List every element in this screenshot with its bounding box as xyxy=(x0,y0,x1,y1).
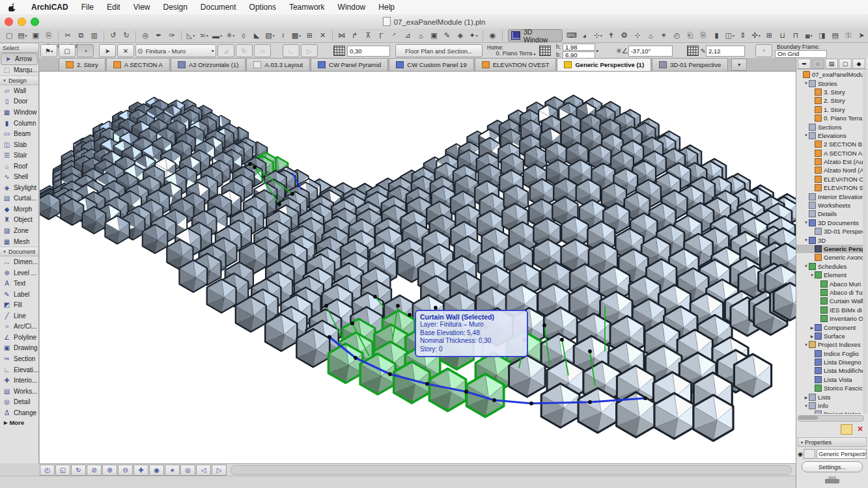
toolbox-more[interactable]: ▶More xyxy=(0,418,38,427)
frame-tool-icon[interactable]: ⊞ xyxy=(303,30,316,42)
menu-item-document[interactable]: Document xyxy=(194,3,243,12)
hb-expand-arrow[interactable]: ▸ xyxy=(596,48,599,53)
properties-mini-field[interactable] xyxy=(804,449,815,459)
target-green-icon[interactable]: ◉ xyxy=(486,30,499,42)
tool-mesh[interactable]: ▦Mesh xyxy=(0,236,38,247)
project-chooser[interactable]: ➥ xyxy=(798,59,811,69)
view-tab-elevation-ovest[interactable]: ELEVATION OVEST xyxy=(475,58,557,71)
red-pen-icon[interactable]: ✎ xyxy=(441,30,454,42)
tool-door[interactable]: ▯Door xyxy=(0,96,38,107)
mirror-icon[interactable]: ⋈ xyxy=(335,30,348,42)
tree-item-project-notes[interactable]: Project Notes xyxy=(796,410,864,414)
tree-item-elevation-sud-[interactable]: ELEVATION SUD ( xyxy=(796,183,864,192)
floorplan-display-button[interactable]: Floor Plan and Section... xyxy=(395,44,483,57)
vr-scene-icon[interactable]: ◕ xyxy=(578,30,591,42)
inject-parameters-icon[interactable]: ✑ xyxy=(165,30,178,42)
orbit-button[interactable]: ◉ xyxy=(149,465,164,476)
tree-item-sections[interactable]: Sections xyxy=(796,122,864,131)
construction-aids-icon[interactable]: ▬▾ xyxy=(210,30,223,42)
tree-item-interior-elevations[interactable]: Interior Elevations xyxy=(796,192,864,200)
tool-interio[interactable]: ✚Interio... xyxy=(0,375,38,386)
profile-button[interactable]: ▱ xyxy=(254,44,271,57)
new-viewpoint-icon[interactable] xyxy=(841,424,852,435)
tree-item-info[interactable]: ▼Info xyxy=(796,401,864,410)
home-story-dropdown[interactable]: ​0. Piano Terra ▸ xyxy=(496,51,536,57)
tree-item-lista-disegno[interactable]: Lista Disegno xyxy=(796,358,864,366)
3d-viewport[interactable]: Curtain Wall (Selected) Layer: Finitura … xyxy=(39,72,796,463)
angle-left-button[interactable]: ∟ xyxy=(283,44,300,57)
orbit-mode-icon[interactable]: ❂ xyxy=(618,30,631,42)
tool-dimen[interactable]: ↔Dimen... xyxy=(0,256,38,267)
cursor-tool-icon[interactable]: ➤ xyxy=(855,30,868,42)
tree-horizontal-scrollbar[interactable] xyxy=(798,415,864,422)
tree-vertical-scrollbar[interactable] xyxy=(863,70,867,414)
zoom-in-button[interactable]: ⊕ xyxy=(102,465,117,476)
look-to-button[interactable]: ◎ xyxy=(180,465,195,476)
tree-item-stories[interactable]: ▼Stories xyxy=(796,79,864,87)
tool-works[interactable]: ▤Works... xyxy=(0,386,38,397)
boundary-dropdown[interactable]: On Grid xyxy=(775,50,827,58)
tool-skylight[interactable]: ◈Skylight xyxy=(0,182,38,193)
zoom-percent-button[interactable]: ⊘ xyxy=(87,465,102,476)
tool-arcci[interactable]: ○Arc/Ci... xyxy=(0,321,38,332)
copy-view-icon[interactable]: ⎗ xyxy=(684,30,697,42)
guide-lines-icon[interactable]: ◺▾ xyxy=(184,30,197,42)
tool-roof[interactable]: ⌂Roof xyxy=(0,161,38,172)
tool-stair[interactable]: ☰Stair xyxy=(0,150,38,161)
cutaway-3d-icon[interactable]: ◫▾ xyxy=(723,30,736,42)
tool-polyline[interactable]: ∠Polyline xyxy=(0,332,38,343)
thickness-input[interactable]: 2,12 xyxy=(706,46,745,57)
h-input[interactable]: 1,98 xyxy=(563,44,595,51)
tree-item-surface[interactable]: ▶Surface xyxy=(796,332,864,340)
menu-item-help[interactable]: Help xyxy=(372,3,401,12)
view-tab-a-section-a[interactable]: A SECTION A xyxy=(106,58,170,71)
tree-item-alzato-est-auto-n[interactable]: Alzato Est (Auto-n xyxy=(796,157,864,166)
find-select-icon[interactable]: ◎ xyxy=(139,30,152,42)
tool-fill[interactable]: ◩Fill xyxy=(0,299,38,310)
settings-button[interactable]: Settings... xyxy=(802,461,863,472)
stretch-icon[interactable]: ⊼ xyxy=(361,30,374,42)
tree-item-3d[interactable]: ▼3D xyxy=(796,236,864,244)
properties-header[interactable]: ▾Properties xyxy=(798,437,867,447)
tree-item-abaco-muri[interactable]: Abaco Muri xyxy=(796,279,864,288)
tool-beam[interactable]: ▭Beam xyxy=(0,128,38,139)
marquee-zoom-button[interactable]: ◱ xyxy=(55,465,70,476)
view-tab-2-story[interactable]: 2. Story xyxy=(59,58,105,71)
tool-change[interactable]: ΔChange xyxy=(0,407,38,418)
tree-item-curtain-wall[interactable]: Curtain Wall xyxy=(796,297,864,305)
tree-item-2-section-b-mar[interactable]: 2 SECTION B (Mar xyxy=(796,140,864,148)
toolbox-section-document[interactable]: ▼Document xyxy=(0,247,38,256)
tree-item-elevations[interactable]: ▼Elevations xyxy=(796,131,864,140)
new-file-icon[interactable]: ▢ xyxy=(3,30,16,42)
info-mode-button[interactable]: ◔ xyxy=(77,44,94,57)
view-tab-generic-perspective-1-[interactable]: Generic Perspective (1) xyxy=(557,58,651,71)
tool-text[interactable]: AText xyxy=(0,278,38,289)
tool-drawing[interactable]: ▣Drawing xyxy=(0,343,38,354)
refresh-view-button[interactable]: ↻ xyxy=(71,465,86,476)
tree-item-07-exapanelmodule-1-[interactable]: 07_exaPanelModule (1) xyxy=(796,70,864,79)
tool-arrow[interactable]: ➤Arrow xyxy=(1,53,38,65)
tree-item-worksheets[interactable]: Worksheets xyxy=(796,201,864,210)
snapshot-icon[interactable]: ◙▾ xyxy=(802,30,815,42)
properties-value-field[interactable]: Generic Perspective xyxy=(817,449,867,459)
sun-path-icon[interactable]: ⊹▾ xyxy=(591,30,604,42)
tree-item-project-indexes[interactable]: ▼Project Indexes xyxy=(796,340,864,349)
tool-level[interactable]: ⊕Level ... xyxy=(0,267,38,278)
zoom-out-button[interactable]: ⊖ xyxy=(118,465,133,476)
tree-item-abaco-di-tutte-l[interactable]: Abaco di Tutte l xyxy=(796,288,864,297)
tool-label[interactable]: ✎Label xyxy=(0,289,38,300)
groups-icon[interactable]: ▩▾ xyxy=(290,30,303,42)
render-icon[interactable]: ✣▾ xyxy=(749,30,763,42)
camera-icon[interactable]: ⌨ xyxy=(565,30,578,42)
menu-item-design[interactable]: Design xyxy=(157,3,194,12)
column-marker-icon[interactable]: ≀ xyxy=(277,30,290,42)
explore-icon[interactable]: ✴ xyxy=(657,30,670,42)
joint-icon[interactable]: ⊹ xyxy=(631,30,644,42)
b-input[interactable]: 6,90 xyxy=(563,51,595,59)
link-views-icon[interactable]: ⊞ xyxy=(763,30,776,42)
horizontal-scrollbar[interactable] xyxy=(231,465,792,475)
timer-icon[interactable]: ◴ xyxy=(671,30,684,42)
tool-detail[interactable]: ◎Detail xyxy=(0,396,38,407)
arrow-mode-button[interactable]: ➤ xyxy=(99,44,116,57)
tool-elevati[interactable]: ∟Elevati... xyxy=(0,364,38,375)
